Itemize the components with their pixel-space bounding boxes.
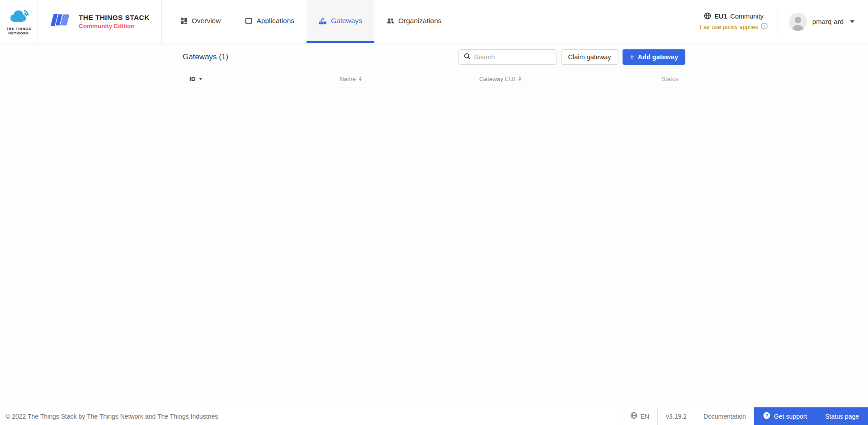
search-box[interactable] bbox=[458, 49, 557, 65]
fair-use-text[interactable]: Fair use policy applies bbox=[700, 24, 758, 30]
footer-support-area: ? Get support Status page bbox=[754, 407, 868, 425]
svg-text:?: ? bbox=[765, 413, 768, 418]
claim-gateway-button[interactable]: Claim gateway bbox=[561, 49, 618, 65]
tts-stack-icon bbox=[48, 11, 73, 32]
language-selector[interactable]: EN bbox=[622, 407, 657, 425]
cluster-name: EU1 Community bbox=[704, 12, 764, 21]
column-header-id[interactable]: ID bbox=[189, 76, 340, 82]
sort-desc-icon bbox=[199, 78, 203, 80]
column-header-gateway-eui[interactable]: Gateway EUI bbox=[479, 76, 661, 82]
cluster-network: Community bbox=[730, 13, 763, 20]
top-header: THE THINGS NETWORK bbox=[0, 0, 868, 43]
cluster-info: EU1 Community Fair use policy applies ? bbox=[700, 0, 768, 43]
tts-logo[interactable]: THE THINGS STACK Community Edition bbox=[38, 0, 162, 43]
user-menu[interactable]: pmarq-ard bbox=[778, 0, 868, 43]
status-page-link[interactable]: Status page bbox=[816, 407, 868, 425]
add-gateway-button[interactable]: + Add gateway bbox=[623, 49, 685, 65]
tab-overview[interactable]: Overview bbox=[168, 0, 233, 43]
tab-label: Applications bbox=[256, 17, 294, 25]
column-header-name[interactable]: Name bbox=[340, 76, 479, 82]
ttn-logo[interactable]: THE THINGS NETWORK bbox=[0, 0, 38, 43]
page-header-row: Gateways (1) Claim gateway + Add gateway bbox=[183, 43, 685, 65]
globe-icon bbox=[704, 12, 711, 21]
question-circle-icon: ? bbox=[763, 412, 770, 420]
gateways-table-header: ID Name Gateway EUI Status bbox=[183, 71, 685, 87]
search-icon bbox=[464, 53, 471, 62]
language-label: EN bbox=[641, 413, 649, 420]
ttn-logo-text: THE THINGS NETWORK bbox=[6, 27, 31, 35]
tts-logo-text: THE THINGS STACK Community Edition bbox=[79, 14, 150, 29]
footer: © 2022 The Things Stack by The Things Ne… bbox=[0, 407, 868, 425]
main-nav: Overview Applications bbox=[168, 0, 454, 43]
globe-icon bbox=[630, 412, 637, 420]
tab-label: Overview bbox=[192, 17, 221, 25]
tab-applications[interactable]: Applications bbox=[233, 0, 307, 43]
actions-toolbar: Claim gateway + Add gateway bbox=[458, 49, 685, 65]
header-spacer bbox=[454, 0, 700, 43]
overview-grid-icon bbox=[180, 17, 188, 24]
fair-use-row: Fair use policy applies ? bbox=[700, 23, 768, 31]
column-header-status: Status bbox=[661, 76, 679, 82]
footer-spacer bbox=[218, 407, 621, 425]
cluster-region: EU1 bbox=[714, 13, 727, 20]
username: pmarq-ard bbox=[812, 18, 844, 25]
avatar bbox=[789, 13, 807, 31]
copyright-text: © 2022 The Things Stack by The Things Ne… bbox=[0, 407, 218, 425]
main-content: Gateways (1) Claim gateway + Add gateway bbox=[0, 43, 868, 407]
organizations-people-icon bbox=[387, 17, 394, 24]
search-input[interactable] bbox=[474, 53, 552, 61]
gateway-router-icon bbox=[319, 17, 327, 24]
tab-gateways[interactable]: Gateways bbox=[307, 0, 374, 43]
tab-label: Organizations bbox=[398, 17, 442, 25]
application-window-icon bbox=[245, 17, 252, 24]
svg-text:?: ? bbox=[763, 24, 765, 28]
chevron-down-icon bbox=[850, 20, 854, 23]
question-circle-icon[interactable]: ? bbox=[761, 23, 768, 31]
version-label: v3.19.2 bbox=[657, 407, 695, 425]
tab-organizations[interactable]: Organizations bbox=[374, 0, 454, 43]
page-title: Gateways (1) bbox=[183, 53, 228, 62]
get-support-link[interactable]: ? Get support bbox=[754, 407, 816, 425]
sort-both-icon bbox=[359, 76, 362, 81]
plus-icon: + bbox=[630, 53, 634, 61]
documentation-link[interactable]: Documentation bbox=[695, 407, 754, 425]
ttn-cloud-icon bbox=[8, 8, 30, 26]
sort-both-icon bbox=[519, 76, 521, 81]
tab-label: Gateways bbox=[331, 17, 362, 25]
